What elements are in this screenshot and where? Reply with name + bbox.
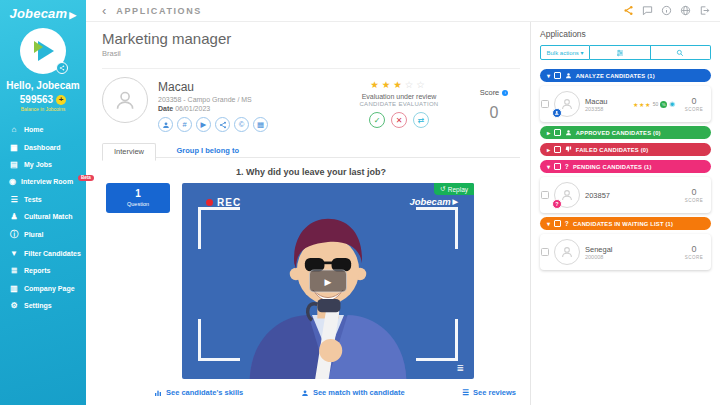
replay-button[interactable]: ↺ Replay xyxy=(434,183,474,195)
globe-icon[interactable] xyxy=(680,5,691,16)
row-checkbox[interactable] xyxy=(541,248,549,256)
sidebar-item-plural[interactable]: ⓘ Plural xyxy=(0,225,86,244)
row-checkbox[interactable] xyxy=(541,191,549,199)
share-action-button[interactable] xyxy=(215,117,230,132)
caret-right-icon[interactable]: ▸ xyxy=(547,146,550,153)
reject-button[interactable]: ✕ xyxy=(391,112,407,128)
see-skills-link[interactable]: See candidate's skills xyxy=(154,388,243,397)
video-list-icon[interactable]: ≣ xyxy=(456,363,464,373)
info-circle-icon: ⓘ xyxy=(9,229,19,240)
share-icon xyxy=(59,65,65,71)
candidate-avatar[interactable] xyxy=(102,77,148,123)
group-pending-candidates[interactable]: ▾ ? PENDING CANDIDATES (1) xyxy=(540,160,711,173)
row-metrics: ★★★ 50 % ◉ xyxy=(633,100,675,108)
score-value: 0 xyxy=(468,104,520,122)
calendar-action-button[interactable]: ▦ xyxy=(253,117,268,132)
evaluation-status: Evaluation under review xyxy=(330,93,468,100)
candidate-row-pending[interactable]: ? 203857 0 SCORE xyxy=(540,177,711,213)
sidebar-item-company-page[interactable]: ▥ Company Page xyxy=(0,279,86,296)
tab-group-i-belong-to[interactable]: Group I belong to xyxy=(176,146,239,155)
group-checkbox[interactable] xyxy=(554,129,561,136)
company-avatar[interactable] xyxy=(20,28,66,74)
back-button[interactable]: ‹ xyxy=(102,4,106,17)
filter-button[interactable] xyxy=(590,45,651,60)
search-button[interactable] xyxy=(651,45,712,60)
play-button[interactable]: ▶ xyxy=(309,270,347,293)
person-icon xyxy=(565,129,572,136)
group-checkbox[interactable] xyxy=(554,146,561,153)
sidebar-item-tests[interactable]: ☰ Tests xyxy=(0,191,86,208)
info-icon[interactable] xyxy=(661,5,672,16)
rating-stars[interactable]: ★★★☆☆ xyxy=(330,79,468,90)
person-icon xyxy=(301,389,309,397)
topbar-icons xyxy=(623,5,710,16)
greeting-text: Hello, Jobecam xyxy=(0,80,86,91)
score-block: Score i 0 xyxy=(468,77,520,122)
group-checkbox[interactable] xyxy=(554,163,561,170)
add-coins-button[interactable]: + xyxy=(56,95,66,105)
person-icon xyxy=(554,110,560,116)
group-analyze-candidates[interactable]: ▾ ANALYZE CANDIDATES (1) xyxy=(540,69,711,82)
candidate-row-macau[interactable]: Macau 203358 ★★★ 50 % ◉ 0 SCORE xyxy=(540,86,711,122)
gear-icon: ⚙ xyxy=(9,301,19,310)
question-title: 1. Why did you leave your last job? xyxy=(102,167,520,177)
sidebar-item-interview-room[interactable]: ◉ Interview Room Beta xyxy=(0,173,86,190)
see-match-link[interactable]: See match with candidate xyxy=(301,388,405,397)
group-checkbox[interactable] xyxy=(554,220,561,227)
bulk-actions-dropdown[interactable]: Bulk actions ▾ xyxy=(540,45,590,60)
viewfinder-corner xyxy=(416,207,458,249)
group-checkbox[interactable] xyxy=(554,72,561,79)
see-reviews-link[interactable]: ☰ See reviews xyxy=(462,388,516,397)
group-waiting-list-candidates[interactable]: ▾ ? CANDIDATES IN WAITING LIST (1) xyxy=(540,217,711,230)
sidebar-item-home[interactable]: ⌂ Home xyxy=(0,121,86,138)
share-icon[interactable] xyxy=(623,5,634,16)
star-icon[interactable]: ★ xyxy=(370,79,382,90)
row-checkbox[interactable] xyxy=(541,100,549,108)
logout-icon[interactable] xyxy=(699,5,710,16)
approve-button[interactable]: ✓ xyxy=(369,112,385,128)
match-percent-value: 50 xyxy=(653,101,659,107)
funnel-icon: ▼ xyxy=(9,249,19,258)
sidebar-item-label: Plural xyxy=(24,231,43,238)
home-icon: ⌂ xyxy=(9,125,19,134)
report-lines-icon: ≣ xyxy=(9,266,19,275)
caret-down-icon[interactable]: ▾ xyxy=(547,72,550,79)
group-approved-candidates[interactable]: ▸ APPROVED CANDIDATES (0) xyxy=(540,126,711,139)
group-failed-candidates[interactable]: ▸ FAILED CANDIDATES (0) xyxy=(540,143,711,156)
score-info-icon[interactable]: i xyxy=(502,90,508,96)
swap-button[interactable]: ⇄ xyxy=(413,112,429,128)
sidebar-item-settings[interactable]: ⚙ Settings xyxy=(0,297,86,314)
sidebar-item-dashboard[interactable]: ▦ Dashboard xyxy=(0,138,86,155)
caret-down-icon[interactable]: ▾ xyxy=(547,163,550,170)
share-icon xyxy=(219,121,227,129)
star-icon[interactable]: ★ xyxy=(393,79,405,90)
caret-down-icon[interactable]: ▾ xyxy=(547,220,550,227)
candidate-row-waiting[interactable]: Senegal 200008 0 SCORE xyxy=(540,234,711,270)
left-sidebar: Jobecam ▶ Hello, Jobecam 599563 + Balanc… xyxy=(0,0,86,405)
group-label: ANALYZE CANDIDATES (1) xyxy=(576,73,655,79)
star-icon[interactable]: ★ xyxy=(382,79,394,90)
star-icon[interactable]: ☆ xyxy=(405,79,417,90)
sidebar-item-reports[interactable]: ≣ Reports xyxy=(0,262,86,279)
tab-interview[interactable]: Interview xyxy=(102,143,156,161)
candidate-info: Macau 203358 - Campo Grande / MS Date 06… xyxy=(158,77,268,132)
hashtag-action-button[interactable]: # xyxy=(177,117,192,132)
sidebar-item-filter-candidates[interactable]: ▼ Filter Candidates xyxy=(0,245,86,262)
tab-bar: Interview Group I belong to xyxy=(102,139,520,158)
caret-right-icon[interactable]: ▸ xyxy=(547,129,550,136)
sidebar-item-cultural-match[interactable]: ♟ Cultural Match xyxy=(0,208,86,225)
copyright-action-button[interactable]: © xyxy=(234,117,249,132)
play-action-button[interactable]: ▶ xyxy=(196,117,211,132)
question-mark-icon: ? xyxy=(565,220,569,227)
row-avatar xyxy=(554,239,580,265)
profile-action-button[interactable] xyxy=(158,117,173,132)
star-icon[interactable]: ☆ xyxy=(416,79,428,90)
avatar-share-badge[interactable] xyxy=(56,62,68,74)
jobecam-logo[interactable]: Jobecam ▶ xyxy=(0,0,86,21)
row-score-label: SCORE xyxy=(680,255,708,260)
chat-icon[interactable] xyxy=(642,5,653,16)
question-number-button[interactable]: 1 Question xyxy=(106,183,170,213)
sidebar-item-my-jobs[interactable]: ▤ My Jobs xyxy=(0,156,86,173)
video-player[interactable]: REC Jobecam ▶ ↺ Replay ▶ ≣ xyxy=(182,183,474,379)
person-icon xyxy=(560,245,574,259)
